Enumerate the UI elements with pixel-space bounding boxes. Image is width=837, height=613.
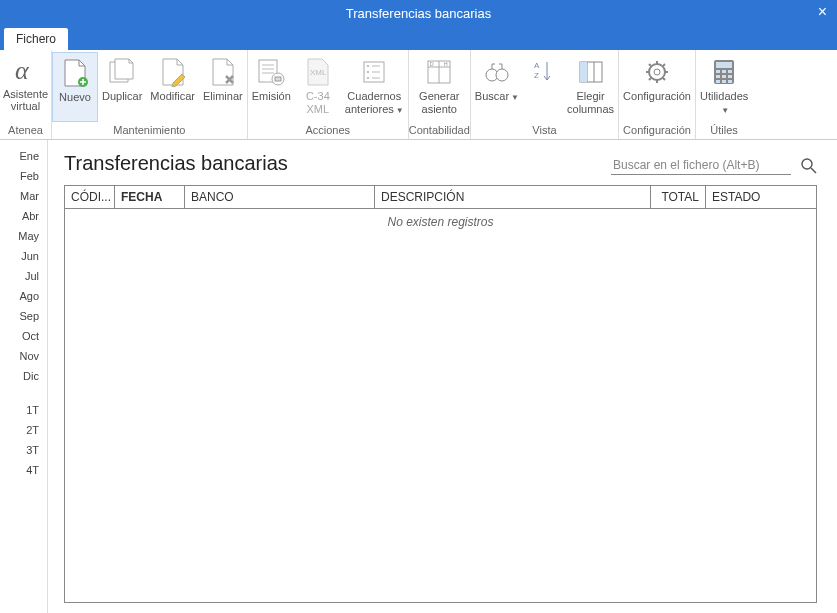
svg-text:D: D	[430, 61, 434, 67]
binoculars-icon	[481, 56, 513, 88]
sidebar-month-nov[interactable]: Nov	[0, 346, 47, 366]
configuracion-button[interactable]: Configuración	[619, 52, 695, 122]
c34xml-button[interactable]: XML C-34 XML	[295, 52, 341, 122]
ribbon-group-configuracion: Configuración Configuración	[619, 50, 696, 139]
sidebar-month-mar[interactable]: Mar	[0, 186, 47, 206]
chevron-down-icon: ▼	[721, 106, 729, 115]
group-label-vista: Vista	[471, 122, 618, 139]
svg-point-9	[367, 77, 369, 79]
svg-point-19	[649, 64, 665, 80]
svg-point-14	[496, 69, 508, 81]
col-estado[interactable]: ESTADO	[706, 186, 816, 208]
sidebar-quarter-1t[interactable]: 1T	[0, 400, 47, 420]
tab-fichero[interactable]: Fichero	[4, 28, 68, 50]
assistant-label: Asistente virtual	[0, 88, 51, 112]
chevron-down-icon: ▼	[396, 106, 404, 115]
group-label-atenea: Atenea	[8, 124, 43, 139]
edit-icon	[157, 56, 189, 88]
svg-text:Z: Z	[534, 71, 539, 80]
col-banco[interactable]: BANCO	[185, 186, 375, 208]
eliminar-button[interactable]: Eliminar	[199, 52, 247, 122]
xml-icon: XML	[302, 56, 334, 88]
sidebar-month-abr[interactable]: Abr	[0, 206, 47, 226]
data-table: CÓDI... FECHA BANCO DESCRIPCIÓN TOTAL ES…	[64, 185, 817, 603]
buscar-button[interactable]: Buscar▼	[471, 52, 523, 122]
sidebar-month-feb[interactable]: Feb	[0, 166, 47, 186]
svg-rect-23	[716, 70, 720, 73]
emision-button[interactable]: Emisión	[248, 52, 295, 122]
sort-icon: AZ	[527, 56, 559, 88]
search-box	[611, 156, 817, 175]
sidebar-month-jun[interactable]: Jun	[0, 246, 47, 266]
sidebar: Ene Feb Mar Abr May Jun Jul Ago Sep Oct …	[0, 140, 48, 613]
svg-point-20	[654, 69, 660, 75]
nuevo-button[interactable]: Nuevo	[52, 52, 98, 122]
duplicar-button[interactable]: Duplicar	[98, 52, 146, 122]
close-icon[interactable]: ×	[818, 3, 827, 21]
sidebar-month-oct[interactable]: Oct	[0, 326, 47, 346]
table-header: CÓDI... FECHA BANCO DESCRIPCIÓN TOTAL ES…	[65, 186, 816, 209]
main-panel: Transferencias bancarias CÓDI... FECHA B…	[48, 140, 837, 613]
col-codigo[interactable]: CÓDI...	[65, 186, 115, 208]
calculator-icon	[708, 56, 740, 88]
sidebar-quarter-2t[interactable]: 2T	[0, 420, 47, 440]
search-input[interactable]	[611, 156, 791, 175]
utilidades-button[interactable]: Utilidades▼	[696, 52, 752, 122]
sidebar-quarter-4t[interactable]: 4T	[0, 460, 47, 480]
sidebar-month-jul[interactable]: Jul	[0, 266, 47, 286]
sidebar-month-ago[interactable]: Ago	[0, 286, 47, 306]
ribbon-group-vista: Buscar▼ AZ Elegir columnas Vista	[471, 50, 619, 139]
sort-button[interactable]: AZ	[523, 52, 563, 122]
columns-icon	[575, 56, 607, 88]
col-fecha[interactable]: FECHA	[115, 186, 185, 208]
group-label-configuracion: Configuración	[619, 122, 695, 139]
duplicate-icon	[106, 56, 138, 88]
svg-rect-31	[728, 80, 732, 83]
svg-rect-25	[728, 70, 732, 73]
svg-text:A: A	[534, 61, 540, 70]
notebook-icon	[358, 56, 390, 88]
svg-rect-24	[722, 70, 726, 73]
svg-text:XML: XML	[310, 68, 327, 77]
sidebar-month-may[interactable]: May	[0, 226, 47, 246]
svg-point-8	[367, 71, 369, 73]
window-title: Transferencias bancarias	[346, 6, 491, 21]
empty-message: No existen registros	[387, 215, 493, 602]
assistant-icon[interactable]: α	[10, 54, 42, 86]
sidebar-month-dic[interactable]: Dic	[0, 366, 47, 386]
col-descripcion[interactable]: DESCRIPCIÓN	[375, 186, 651, 208]
svg-point-7	[367, 65, 369, 67]
col-total[interactable]: TOTAL	[651, 186, 706, 208]
cuadernos-button[interactable]: Cuadernos anteriores▼	[341, 52, 408, 122]
svg-rect-4	[275, 77, 281, 81]
group-label-contabilidad: Contabilidad	[409, 122, 470, 139]
svg-rect-27	[722, 75, 726, 78]
ribbon-group-mantenimiento: Nuevo Duplicar Modificar Eliminar	[52, 50, 248, 139]
svg-rect-29	[716, 80, 720, 83]
modificar-button[interactable]: Modificar	[146, 52, 199, 122]
search-icon[interactable]	[801, 158, 817, 174]
sidebar-quarter-3t[interactable]: 3T	[0, 440, 47, 460]
ledger-icon: DH	[423, 56, 455, 88]
ribbon-group-utiles: Utilidades▼ Útiles	[696, 50, 752, 139]
group-label-mantenimiento: Mantenimiento	[52, 122, 247, 139]
group-label-acciones: Acciones	[248, 122, 408, 139]
svg-rect-22	[716, 62, 732, 68]
svg-rect-28	[728, 75, 732, 78]
delete-icon	[207, 56, 239, 88]
chevron-down-icon: ▼	[511, 93, 519, 102]
elegir-columnas-button[interactable]: Elegir columnas	[563, 52, 618, 122]
sidebar-month-ene[interactable]: Ene	[0, 146, 47, 166]
table-body: No existen registros	[65, 209, 816, 602]
group-label-utiles: Útiles	[696, 122, 752, 139]
body: Ene Feb Mar Abr May Jun Jul Ago Sep Oct …	[0, 140, 837, 613]
svg-text:H: H	[444, 61, 448, 67]
svg-text:α: α	[15, 56, 30, 85]
svg-rect-30	[722, 80, 726, 83]
svg-rect-26	[716, 75, 720, 78]
ribbon-tabbar: Fichero	[0, 26, 837, 50]
svg-rect-18	[580, 62, 587, 82]
sidebar-month-sep[interactable]: Sep	[0, 306, 47, 326]
new-document-icon	[59, 57, 91, 89]
generar-asiento-button[interactable]: DH Generar asiento	[415, 52, 463, 122]
